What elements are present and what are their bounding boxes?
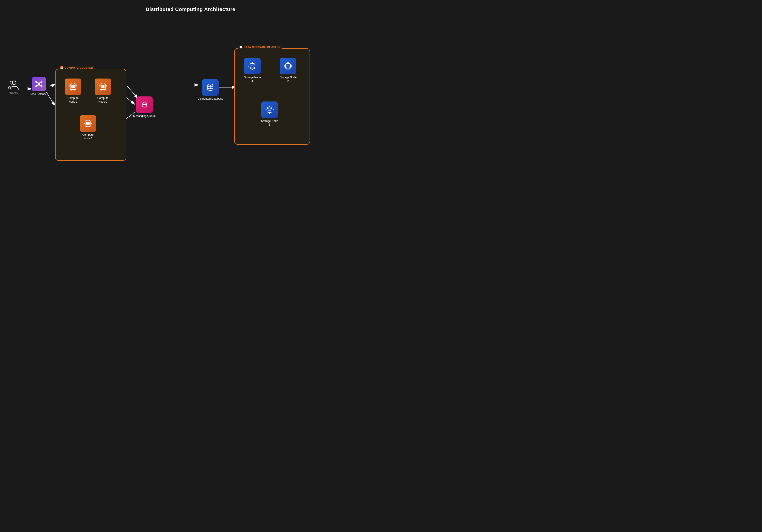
svg-point-6: [38, 83, 40, 85]
svg-rect-75: [241, 46, 242, 47]
compute-node-1: ComputeNode 1: [65, 79, 81, 104]
storage-box-2: [280, 58, 296, 74]
compute-cluster-icon: [60, 66, 63, 69]
compute-node-3-label: ComputeNode 3: [82, 133, 94, 140]
svg-rect-73: [240, 46, 242, 48]
svg-rect-19: [62, 68, 63, 69]
clients-node: Clients: [7, 80, 19, 95]
svg-point-10: [40, 86, 42, 87]
distributed-database-label: Distributed Database: [197, 97, 223, 101]
svg-rect-15: [60, 66, 63, 69]
storage-cluster: DATA STORAGE CLUSTER: [234, 48, 310, 145]
storage-node-2-label: Storage Node2: [279, 76, 296, 83]
svg-rect-21: [71, 85, 75, 88]
distributed-db-icon: [206, 83, 215, 92]
messaging-icon: [140, 100, 149, 109]
storage-node-3-label: Storage Node3: [261, 119, 278, 126]
messaging-queue-node: Messaging Queue: [133, 97, 155, 118]
svg-point-95: [267, 111, 272, 113]
storage-icon-2: [283, 61, 293, 71]
svg-point-9: [35, 86, 37, 87]
load-balancer-label: Load Balancer: [30, 93, 47, 96]
storage-node-3: Storage Node3: [261, 102, 278, 126]
compute-box-1: [65, 79, 81, 95]
svg-rect-76: [240, 47, 241, 48]
compute-node-2-label: ComputeNode 2: [97, 97, 109, 104]
svg-point-7: [35, 81, 37, 83]
storage-node-1: Storage Node1: [244, 58, 261, 83]
compute-box-3: [80, 115, 96, 132]
svg-point-94: [267, 107, 272, 109]
svg-rect-77: [241, 47, 242, 48]
storage-box-3: [261, 102, 278, 118]
svg-rect-16: [61, 67, 61, 67]
storage-node-2: Storage Node2: [279, 58, 296, 83]
svg-point-86: [285, 63, 290, 65]
load-balancer-node: Load Balancer: [30, 77, 47, 96]
storage-cluster-icon: [239, 45, 243, 49]
svg-rect-74: [240, 46, 241, 47]
svg-point-8: [40, 81, 42, 83]
svg-line-14: [39, 85, 41, 86]
cpu-icon-3: [83, 119, 93, 128]
cpu-icon-1: [68, 82, 78, 91]
storage-node-1-label: Storage Node1: [244, 76, 261, 83]
svg-point-87: [285, 67, 290, 69]
load-balancer-icon: [34, 79, 43, 89]
svg-point-79: [250, 67, 255, 69]
messaging-queue-label: Messaging Queue: [133, 114, 155, 118]
compute-box-2: [95, 79, 111, 95]
messaging-box: [136, 97, 153, 113]
svg-rect-17: [62, 67, 63, 67]
svg-rect-35: [101, 85, 105, 88]
svg-rect-18: [61, 68, 61, 69]
svg-rect-49: [86, 122, 90, 125]
clients-icon: [7, 80, 19, 90]
storage-box-1: [244, 58, 261, 74]
clients-label: Clients: [9, 91, 18, 95]
cpu-icon-2: [98, 82, 108, 91]
dist-db-box: [202, 79, 219, 96]
storage-icon-1: [248, 61, 257, 71]
svg-line-12: [39, 82, 41, 83]
load-balancer-box: [32, 77, 46, 91]
storage-cluster-label: DATA STORAGE CLUSTER: [238, 45, 282, 49]
svg-marker-72: [210, 84, 211, 90]
compute-node-2: ComputeNode 2: [95, 79, 111, 104]
compute-node-1-label: ComputeNode 1: [67, 97, 79, 104]
compute-cluster-label: COMPUTE CLUSTER: [59, 66, 95, 69]
diagram-area: Clients Load Balancer: [0, 18, 381, 266]
svg-line-13: [36, 85, 39, 86]
compute-node-3: ComputeNode 3: [80, 115, 96, 140]
distributed-database-node: Distributed Database: [197, 79, 223, 101]
page-title: Distributed Computing Architecture: [0, 0, 381, 12]
compute-cluster: COMPUTE CLUSTER: [55, 69, 126, 161]
svg-point-78: [250, 63, 255, 65]
svg-line-11: [36, 82, 39, 83]
storage-icon-3: [265, 105, 274, 114]
